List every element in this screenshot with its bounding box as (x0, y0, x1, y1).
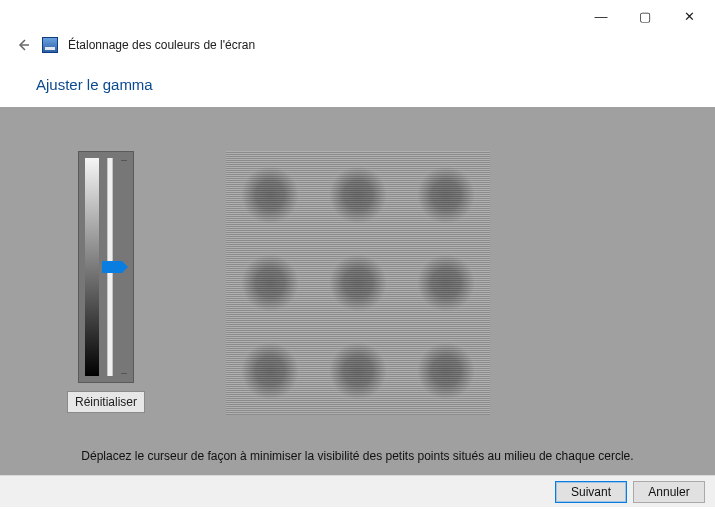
back-arrow-icon (15, 37, 31, 53)
gamma-dot (402, 327, 490, 415)
gamma-dot (226, 151, 314, 239)
gamma-dot (226, 327, 314, 415)
minimize-button[interactable]: — (579, 2, 623, 30)
slider-thumb[interactable] (102, 261, 122, 273)
content-area: Réinitialiser Déplacez le curseur de faç… (0, 107, 715, 475)
minimize-icon: — (595, 9, 608, 24)
gamma-dot (402, 239, 490, 327)
page-heading: Ajuster le gamma (0, 58, 715, 107)
close-button[interactable]: ✕ (667, 2, 711, 30)
gamma-dot (226, 239, 314, 327)
back-button[interactable] (14, 36, 32, 54)
next-button-label: Suivant (571, 485, 611, 499)
gamma-slider[interactable] (78, 151, 134, 383)
footer: Suivant Annuler (0, 475, 715, 507)
gradient-strip (85, 158, 99, 376)
reset-button[interactable]: Réinitialiser (67, 391, 145, 413)
header-row: Étalonnage des couleurs de l'écran (0, 32, 715, 58)
slider-tick-bottom (121, 373, 127, 374)
instruction-text: Déplacez le curseur de façon à minimiser… (0, 449, 715, 463)
maximize-button[interactable]: ▢ (623, 2, 667, 30)
gamma-dot (314, 239, 402, 327)
gamma-dot (314, 151, 402, 239)
reset-button-label: Réinitialiser (75, 395, 137, 409)
gamma-dot (314, 327, 402, 415)
window-title: Étalonnage des couleurs de l'écran (68, 38, 255, 52)
window-titlebar: — ▢ ✕ (0, 0, 715, 32)
slider-tick-top (121, 160, 127, 161)
maximize-icon: ▢ (639, 9, 651, 24)
gamma-preview (226, 151, 490, 415)
gamma-dot (402, 151, 490, 239)
close-icon: ✕ (684, 9, 695, 24)
cancel-button-label: Annuler (648, 485, 689, 499)
next-button[interactable]: Suivant (555, 481, 627, 503)
cancel-button[interactable]: Annuler (633, 481, 705, 503)
app-icon (42, 37, 58, 53)
